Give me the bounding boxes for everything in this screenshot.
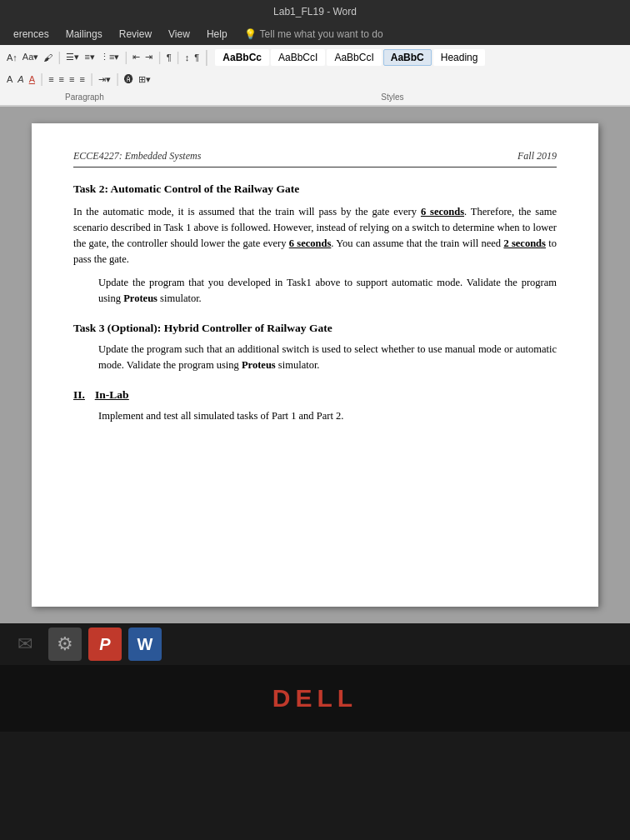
gear-taskbar-btn[interactable]: ⚙ <box>48 628 82 661</box>
ribbon: A↑ Aa▾ 🖌 | ☰▾ ≡▾ ⋮≡▾ | ⇤ ⇥ | ¶ | ↕ ¶ | A… <box>0 45 630 107</box>
font-color-btn[interactable]: A <box>28 73 37 85</box>
menu-bar: erences Mailings Review View Help 💡 Tell… <box>0 23 630 45</box>
indent-dropdown[interactable]: ⇥▾ <box>97 73 112 86</box>
title-bar: Lab1_FL19 - Word <box>0 0 630 23</box>
justify-btn[interactable]: ≡ <box>78 73 86 85</box>
section2-body: Implement and test all simulated tasks o… <box>98 408 557 424</box>
menu-view[interactable]: View <box>162 27 197 42</box>
gear-icon: ⚙ <box>57 633 73 655</box>
document-area: ECCE4227: Embedded Systems Fall 2019 Tas… <box>0 107 630 623</box>
increase-indent-btn[interactable]: ⇥ <box>143 51 154 63</box>
numbered-list-btn[interactable]: ≡▾ <box>82 51 96 63</box>
section2-heading: II. In-Lab <box>73 387 557 403</box>
styles-label: Styles <box>316 92 470 102</box>
doc-header-right: Fall 2019 <box>518 148 557 163</box>
task3-heading: Task 3 (Optional): Hybrid Controller of … <box>73 320 557 337</box>
tell-me-bar[interactable]: 💡 Tell me what you want to do <box>244 28 383 40</box>
word-taskbar-btn[interactable]: W <box>128 628 162 661</box>
task2-heading: Task 2: Automatic Control of the Railway… <box>73 181 557 198</box>
task3-section: Task 3 (Optional): Hybrid Controller of … <box>73 320 557 373</box>
menu-mailings[interactable]: Mailings <box>59 27 109 42</box>
align-center-btn[interactable]: ≡ <box>58 73 66 85</box>
task2-text1c: . You can assume that the train will nee… <box>331 238 503 249</box>
task3-indent: Update the program such that an addition… <box>98 342 557 373</box>
style-heading-label[interactable]: Heading <box>433 49 486 66</box>
mail-taskbar-btn[interactable]: ✉ <box>8 628 42 661</box>
task2-proteus: Proteus <box>123 292 158 304</box>
decrease-indent-btn[interactable]: ⇤ <box>131 51 142 63</box>
tell-me-text: Tell me what you want to do <box>260 28 383 40</box>
menu-review[interactable]: Review <box>112 27 158 42</box>
font-a-upper[interactable]: A <box>5 73 14 85</box>
menu-references[interactable]: erences <box>7 27 56 42</box>
task2-text1: In the automatic mode, it is assumed tha… <box>73 206 421 218</box>
mail-icon: ✉ <box>18 633 32 655</box>
task2-body: In the automatic mode, it is assumed tha… <box>73 204 557 267</box>
shading-btn[interactable]: 🅐 <box>122 73 135 85</box>
bullets-btn[interactable]: ☰▾ <box>64 51 81 63</box>
style-nospacing[interactable]: AaBbCcI <box>327 49 381 66</box>
powerpoint-taskbar-btn[interactable]: P <box>88 628 122 661</box>
window-title: Lab1_FL19 - Word <box>273 6 357 18</box>
task2-bold1: 6 seconds <box>421 206 464 218</box>
ribbon-row2: A A A | ≡ ≡ ≡ ≡ | ⇥▾ | 🅐 ⊞▾ <box>0 69 630 89</box>
styles-area: AaBbCc AaBbCcI AaBbCcI AaBbC Heading <box>212 49 488 66</box>
dell-area: DELL <box>0 665 630 732</box>
paragraph-label: Paragraph <box>8 92 162 102</box>
multilevel-list-btn[interactable]: ⋮≡▾ <box>98 51 121 63</box>
word-icon: W <box>138 635 153 654</box>
ribbon-footer: Paragraph Styles <box>0 89 630 106</box>
align-left-btn[interactable]: ≡ <box>47 73 55 85</box>
section2-num: II. <box>73 387 85 403</box>
task3-proteus: Proteus <box>242 359 276 371</box>
font-highlight[interactable]: A <box>16 73 25 85</box>
borders-btn[interactable]: ⊞▾ <box>137 73 152 86</box>
font-paint[interactable]: 🖌 <box>42 52 54 63</box>
ribbon-row1: A↑ Aa▾ 🖌 | ☰▾ ≡▾ ⋮≡▾ | ⇤ ⇥ | ¶ | ↕ ¶ | A… <box>0 45 630 69</box>
menu-help[interactable]: Help <box>200 27 234 42</box>
dell-logo: DELL <box>272 684 358 712</box>
pilcrow-btn[interactable]: ¶ <box>192 52 201 63</box>
show-hide-btn[interactable]: ¶ <box>165 52 173 63</box>
font-dropdown[interactable]: Aa▾ <box>21 51 40 63</box>
style-heading9[interactable]: AaBbCc <box>215 49 269 66</box>
task2-bold3: 2 seconds <box>503 238 546 249</box>
style-heading1[interactable]: AaBbC <box>383 49 432 66</box>
section2-title: In-Lab <box>95 387 129 403</box>
lightbulb-icon: 💡 <box>244 28 257 40</box>
align-right-btn[interactable]: ≡ <box>68 73 76 85</box>
document-page: ECCE4227: Embedded Systems Fall 2019 Tas… <box>32 123 598 607</box>
doc-header-left: ECCE4227: Embedded Systems <box>73 148 201 163</box>
sort-btn[interactable]: ↕ <box>183 52 192 63</box>
pp-icon: P <box>99 635 110 654</box>
task2-bold2: 6 seconds <box>289 238 332 249</box>
task2-indent: Update the program that you developed in… <box>98 275 557 307</box>
style-normal[interactable]: AaBbCcI <box>271 49 325 66</box>
taskbar: ✉ ⚙ P W <box>0 623 630 665</box>
font-size-btn[interactable]: A↑ <box>5 52 19 63</box>
doc-header: ECCE4227: Embedded Systems Fall 2019 <box>73 148 557 168</box>
